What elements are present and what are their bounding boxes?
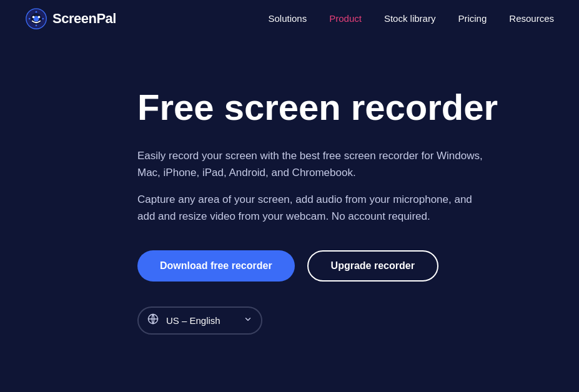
nav-link-pricing[interactable]: Pricing: [458, 13, 487, 24]
hero-section: Free screen recorder Easily record your …: [0, 37, 537, 372]
download-free-recorder-button[interactable]: Download free recorder: [137, 250, 295, 282]
svg-point-8: [29, 18, 31, 20]
nav-item-product[interactable]: Product: [329, 13, 362, 24]
svg-point-4: [38, 16, 41, 19]
language-selector-wrapper: US – English UK – English Español França…: [137, 306, 262, 335]
svg-point-3: [32, 16, 35, 19]
nav-link-solutions[interactable]: Solutions: [268, 13, 307, 24]
language-select[interactable]: US – English UK – English Español França…: [137, 306, 262, 335]
nav-link-resources[interactable]: Resources: [509, 13, 554, 24]
cta-button-row: Download free recorder Upgrade recorder: [137, 250, 512, 282]
logo-area[interactable]: ScreenPal: [25, 7, 116, 30]
hero-title: Free screen recorder: [137, 87, 512, 127]
svg-point-6: [42, 18, 44, 20]
svg-point-7: [36, 24, 37, 26]
nav-link-product[interactable]: Product: [329, 13, 362, 24]
hero-subtitle-2: Capture any area of your screen, add aud…: [137, 191, 487, 225]
hero-subtitle-1: Easily record your screen with the best …: [137, 147, 487, 181]
screenpal-logo-icon: [25, 7, 47, 30]
nav-link-stock-library[interactable]: Stock library: [384, 13, 436, 24]
brand-name: ScreenPal: [52, 11, 116, 27]
nav-item-pricing[interactable]: Pricing: [458, 13, 487, 24]
nav-links: Solutions Product Stock library Pricing …: [268, 13, 554, 24]
nav-item-resources[interactable]: Resources: [509, 13, 554, 24]
svg-point-5: [36, 11, 37, 13]
nav-item-solutions[interactable]: Solutions: [268, 13, 307, 24]
nav-item-stock-library[interactable]: Stock library: [384, 13, 436, 24]
upgrade-recorder-button[interactable]: Upgrade recorder: [307, 250, 438, 282]
navbar: ScreenPal Solutions Product Stock librar…: [0, 0, 579, 37]
